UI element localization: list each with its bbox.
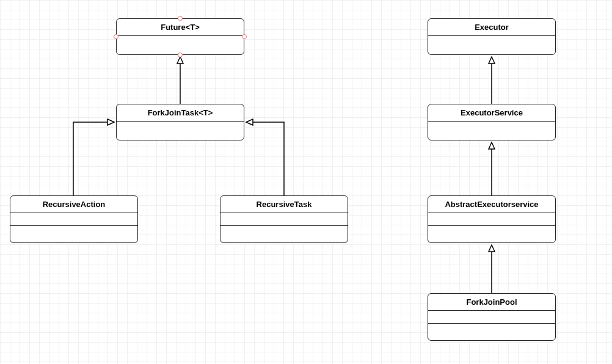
uml-class-section <box>10 226 137 242</box>
uml-class-title: Executor <box>428 19 555 36</box>
uml-class-title: ExecutorService <box>428 104 555 122</box>
uml-class-title: RecursiveAction <box>10 196 137 213</box>
uml-class-abstractexecutorservice[interactable]: AbstractExecutorservice <box>428 195 556 243</box>
uml-class-section <box>10 213 137 226</box>
uml-class-section <box>428 36 555 54</box>
uml-class-title: ForkJoinPool <box>428 294 555 311</box>
uml-class-recursiveaction[interactable]: RecursiveAction <box>10 195 138 243</box>
uml-class-section <box>117 36 244 54</box>
uml-class-title: AbstractExecutorservice <box>428 196 555 213</box>
uml-class-section <box>428 122 555 140</box>
uml-class-section <box>428 324 555 340</box>
uml-class-section <box>117 122 244 140</box>
uml-class-title: Future<T> <box>117 19 244 36</box>
uml-class-section <box>428 311 555 324</box>
selection-handle-bottom[interactable] <box>178 53 183 57</box>
uml-class-forkjointask[interactable]: ForkJoinTask<T> <box>116 104 244 140</box>
uml-class-section <box>428 226 555 242</box>
selection-handle-top[interactable] <box>178 16 183 21</box>
uml-class-executor[interactable]: Executor <box>428 18 556 55</box>
uml-class-future[interactable]: Future<T> <box>116 18 244 55</box>
selection-handle-right[interactable] <box>242 34 247 39</box>
uml-class-title: RecursiveTask <box>220 196 348 213</box>
selection-handle-left[interactable] <box>114 34 118 39</box>
uml-class-recursivetask[interactable]: RecursiveTask <box>220 195 348 243</box>
uml-class-executorservice[interactable]: ExecutorService <box>428 104 556 140</box>
uml-class-section <box>220 213 348 226</box>
uml-class-section <box>428 213 555 226</box>
uml-class-title: ForkJoinTask<T> <box>117 104 244 122</box>
uml-class-section <box>220 226 348 242</box>
uml-class-forkjoinpool[interactable]: ForkJoinPool <box>428 293 556 341</box>
